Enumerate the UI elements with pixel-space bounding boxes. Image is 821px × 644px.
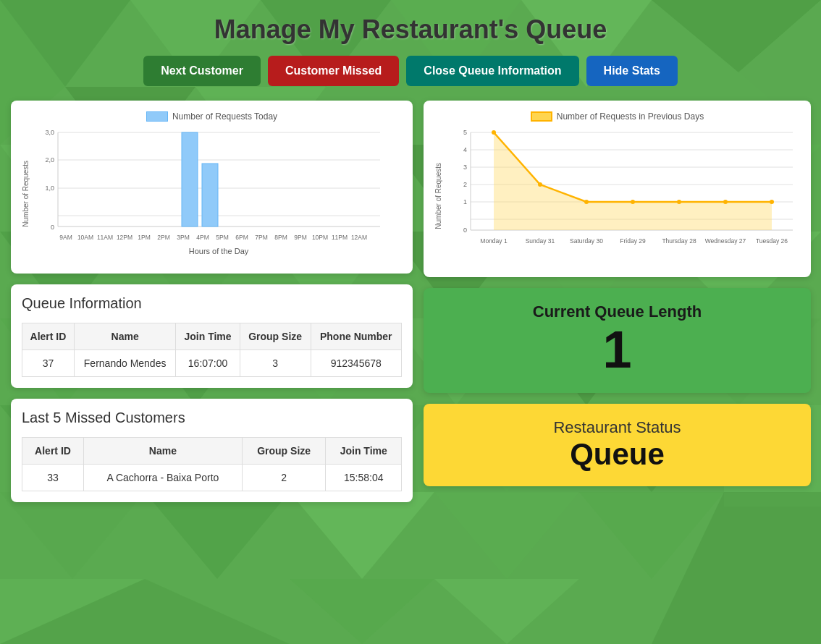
svg-text:4: 4 <box>463 146 467 153</box>
svg-text:3PM: 3PM <box>177 234 189 241</box>
svg-text:5PM: 5PM <box>216 234 228 241</box>
svg-marker-36 <box>145 492 290 579</box>
svg-text:Friday 29: Friday 29 <box>620 237 646 245</box>
svg-marker-43 <box>290 579 434 644</box>
queue-header-row: Alert ID Name Join Time Group Size Phone… <box>22 323 402 350</box>
prev-y-label: Number of Requests <box>434 163 442 229</box>
restaurant-status-card: Restaurant Status Queue <box>424 404 811 486</box>
action-buttons: Next Customer Customer Missed Close Queu… <box>0 56 821 101</box>
svg-point-94 <box>723 200 728 204</box>
col-alert-id: Alert ID <box>22 323 75 350</box>
status-value: Queue <box>438 437 796 472</box>
svg-marker-37 <box>290 492 434 579</box>
missed-title: Last 5 Missed Customers <box>22 410 402 426</box>
svg-text:5: 5 <box>463 129 467 136</box>
prev-chart-wrap: Number of Requests 5 4 3 <box>434 125 800 266</box>
today-chart-wrap: Number of Requests 3,0 2,0 1,0 0 <box>22 125 402 263</box>
svg-text:Thursday 28: Thursday 28 <box>662 237 696 245</box>
svg-text:3: 3 <box>463 164 467 171</box>
cell-group-size: 3 <box>240 350 311 377</box>
svg-text:7PM: 7PM <box>255 234 267 241</box>
svg-point-91 <box>584 200 589 204</box>
svg-point-92 <box>631 200 635 204</box>
table-row: 37 Fernando Mendes 16:07:00 3 912345678 <box>22 350 402 377</box>
svg-rect-56 <box>202 164 218 226</box>
right-column: Number of Requests in Previous Days Numb… <box>424 101 811 502</box>
svg-text:4PM: 4PM <box>196 234 209 241</box>
cell-alert-id: 33 <box>22 465 84 491</box>
col-name: Name <box>74 323 176 350</box>
col-group-size: Group Size <box>240 323 311 350</box>
today-chart-card: Number of Requests Today Number of Reque… <box>11 101 413 274</box>
svg-text:2PM: 2PM <box>157 234 169 241</box>
missed-col-group-size: Group Size <box>242 438 326 465</box>
missed-col-join-time: Join Time <box>326 438 402 465</box>
cell-alert-id: 37 <box>22 350 75 377</box>
prev-chart-card: Number of Requests in Previous Days Numb… <box>424 101 811 277</box>
table-row: 33 A Cachorra - Baixa Porto 2 15:58:04 <box>22 465 402 491</box>
svg-point-89 <box>492 130 496 135</box>
svg-text:1,0: 1,0 <box>45 185 54 192</box>
col-join-time: Join Time <box>176 323 240 350</box>
svg-text:9AM: 9AM <box>59 234 72 241</box>
svg-point-93 <box>677 200 681 204</box>
page-title: Manage My Restaurant's Queue <box>0 0 821 56</box>
prev-chart-svg: 5 4 3 2 1 0 <box>445 125 800 266</box>
svg-text:6PM: 6PM <box>235 234 248 241</box>
queue-length-card: Current Queue Length 1 <box>424 288 811 393</box>
svg-text:8PM: 8PM <box>274 234 287 241</box>
svg-text:2,0: 2,0 <box>45 156 54 164</box>
svg-marker-38 <box>434 492 579 579</box>
prev-legend-box <box>531 111 552 122</box>
close-queue-button[interactable]: Close Queue Information <box>406 56 578 86</box>
missed-col-alert-id: Alert ID <box>22 438 84 465</box>
queue-info-title: Queue Information <box>22 295 402 312</box>
svg-text:1PM: 1PM <box>138 234 150 241</box>
cell-group-size: 2 <box>242 465 326 491</box>
queue-info-card: Queue Information Alert ID Name Join Tim… <box>11 284 413 388</box>
svg-marker-40 <box>652 492 821 644</box>
svg-text:Monday 1: Monday 1 <box>480 237 508 245</box>
svg-marker-39 <box>579 492 724 579</box>
prev-chart-legend: Number of Requests in Previous Days <box>434 111 800 122</box>
svg-text:10AM: 10AM <box>77 234 93 241</box>
svg-text:0: 0 <box>463 226 467 234</box>
today-y-label: Number of Requests <box>22 161 30 227</box>
svg-text:Tuesday 26: Tuesday 26 <box>756 237 788 245</box>
cell-name: Fernando Mendes <box>74 350 176 377</box>
svg-text:12AM: 12AM <box>351 234 367 241</box>
queue-info-table: Alert ID Name Join Time Group Size Phone… <box>22 323 402 377</box>
svg-text:0: 0 <box>51 224 54 231</box>
cell-name: A Cachorra - Baixa Porto <box>84 465 243 491</box>
svg-marker-41 <box>0 579 145 644</box>
svg-text:10PM: 10PM <box>312 234 328 241</box>
svg-text:Sunday 31: Sunday 31 <box>526 237 555 245</box>
missed-table: Alert ID Name Group Size Join Time 33 A … <box>22 437 402 491</box>
main-content: Number of Requests Today Number of Reque… <box>0 101 821 502</box>
cell-join-time: 16:07:00 <box>176 350 240 377</box>
svg-text:1: 1 <box>463 198 467 206</box>
hide-stats-button[interactable]: Hide Stats <box>586 56 678 86</box>
svg-rect-55 <box>182 132 198 226</box>
col-phone: Phone Number <box>311 323 401 350</box>
today-legend-label: Number of Requests Today <box>172 111 277 122</box>
today-chart-svg: 3,0 2,0 1,0 0 9AM 10AM 11AM 12PM <box>33 125 387 263</box>
svg-text:12PM: 12PM <box>117 234 132 241</box>
missed-col-name: Name <box>84 438 243 465</box>
cell-join-time: 15:58:04 <box>326 465 402 491</box>
svg-marker-35 <box>0 492 145 579</box>
svg-text:11PM: 11PM <box>332 234 348 241</box>
queue-length-value: 1 <box>438 321 796 378</box>
left-column: Number of Requests Today Number of Reque… <box>11 101 413 502</box>
prev-legend-label: Number of Requests in Previous Days <box>557 111 704 122</box>
customer-missed-button[interactable]: Customer Missed <box>268 56 399 86</box>
next-customer-button[interactable]: Next Customer <box>143 56 261 86</box>
svg-text:2: 2 <box>463 181 467 188</box>
today-chart-legend: Number of Requests Today <box>22 111 402 122</box>
queue-length-title: Current Queue Length <box>438 302 796 321</box>
today-legend-box <box>146 111 168 122</box>
status-title: Restaurant Status <box>438 418 796 437</box>
missed-header-row: Alert ID Name Group Size Join Time <box>22 438 402 465</box>
svg-text:Saturday 30: Saturday 30 <box>570 237 603 245</box>
svg-marker-88 <box>494 132 772 230</box>
